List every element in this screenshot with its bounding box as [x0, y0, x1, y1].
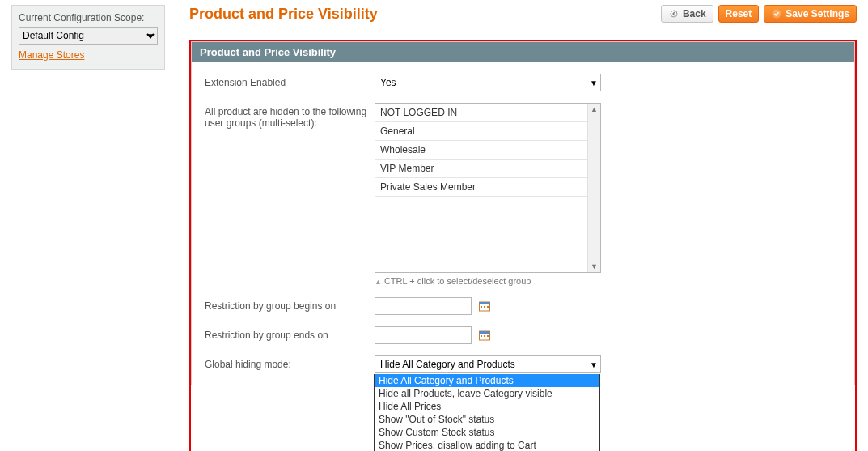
- begins-date-input[interactable]: [375, 297, 472, 315]
- check-icon: [771, 8, 782, 19]
- dropdown-option[interactable]: Show Prices, disallow adding to Cart: [375, 439, 599, 451]
- mode-select[interactable]: Hide All Category and Products: [375, 355, 601, 373]
- scroll-up-icon[interactable]: ▲: [588, 104, 600, 115]
- page-header: Product and Price Visibility Back Reset …: [189, 5, 857, 28]
- dropdown-option[interactable]: Hide All Prices: [375, 400, 599, 413]
- svg-rect-10: [484, 335, 485, 337]
- svg-rect-11: [487, 335, 489, 337]
- field-ends: Restriction by group ends on: [205, 326, 841, 344]
- svg-rect-3: [480, 302, 490, 304]
- enabled-label: Extension Enabled: [205, 74, 375, 88]
- list-item[interactable]: VIP Member: [375, 160, 600, 178]
- dropdown-option[interactable]: Hide All Category and Products: [375, 374, 599, 387]
- field-enabled: Extension Enabled Yes ▼: [205, 74, 841, 91]
- list-item[interactable]: Private Sales Member: [375, 178, 600, 197]
- ends-date-input[interactable]: [375, 326, 472, 344]
- svg-rect-8: [480, 331, 490, 334]
- scrollbar[interactable]: ▲ ▼: [587, 104, 600, 272]
- svg-point-0: [671, 11, 677, 17]
- config-scope-box: Current Configuration Scope: Default Con…: [11, 5, 165, 70]
- svg-rect-6: [487, 306, 489, 308]
- list-item[interactable]: General: [375, 122, 600, 141]
- main-content: Product and Price Visibility Back Reset …: [189, 5, 857, 451]
- groups-hint: ▲CTRL + click to select/deselect group: [375, 276, 601, 286]
- groups-label: All product are hidden to the following …: [205, 103, 375, 129]
- save-button-label: Save Settings: [785, 8, 849, 19]
- triangle-up-icon: ▲: [375, 278, 382, 286]
- groups-multiselect[interactable]: NOT LOGGED IN General Wholesale VIP Memb…: [375, 103, 601, 273]
- section-title: Product and Price Visibility: [192, 42, 854, 62]
- config-scope-label: Current Configuration Scope:: [19, 12, 158, 23]
- calendar-icon[interactable]: [477, 299, 492, 313]
- svg-rect-5: [484, 306, 485, 308]
- reset-button-label: Reset: [726, 8, 752, 19]
- back-arrow-icon: [668, 8, 680, 19]
- enabled-select[interactable]: Yes: [375, 74, 601, 91]
- action-buttons: Back Reset Save Settings: [661, 5, 857, 23]
- list-item[interactable]: Wholesale: [375, 141, 600, 160]
- list-item[interactable]: NOT LOGGED IN: [375, 104, 600, 122]
- page-title: Product and Price Visibility: [189, 6, 378, 23]
- svg-rect-9: [481, 335, 482, 337]
- sidebar: Current Configuration Scope: Default Con…: [11, 5, 165, 70]
- dropdown-option[interactable]: Show Custom Stock status: [375, 426, 599, 439]
- manage-stores-link[interactable]: Manage Stores: [19, 49, 84, 61]
- back-button[interactable]: Back: [661, 5, 713, 23]
- field-begins: Restriction by group begins on: [205, 297, 841, 315]
- config-scope-select[interactable]: Default Config: [19, 27, 158, 45]
- field-groups: All product are hidden to the following …: [205, 103, 841, 286]
- back-button-label: Back: [683, 8, 706, 19]
- mode-dropdown-list: Hide All Category and Products Hide all …: [374, 374, 600, 451]
- begins-label: Restriction by group begins on: [205, 297, 375, 312]
- highlight-frame: Product and Price Visibility Extension E…: [189, 40, 857, 451]
- dropdown-option[interactable]: Hide all Products, leave Category visibl…: [375, 387, 599, 400]
- reset-button[interactable]: Reset: [718, 5, 760, 23]
- dropdown-option[interactable]: Show "Out of Stock" status: [375, 413, 599, 426]
- field-mode: Global hiding mode: Hide All Category an…: [205, 355, 841, 373]
- visibility-section: Product and Price Visibility Extension E…: [191, 41, 855, 385]
- scroll-down-icon[interactable]: ▼: [588, 261, 600, 272]
- mode-label: Global hiding mode:: [205, 355, 375, 370]
- svg-rect-4: [481, 306, 482, 308]
- calendar-icon[interactable]: [477, 328, 492, 343]
- save-button[interactable]: Save Settings: [764, 5, 857, 23]
- ends-label: Restriction by group ends on: [205, 326, 375, 341]
